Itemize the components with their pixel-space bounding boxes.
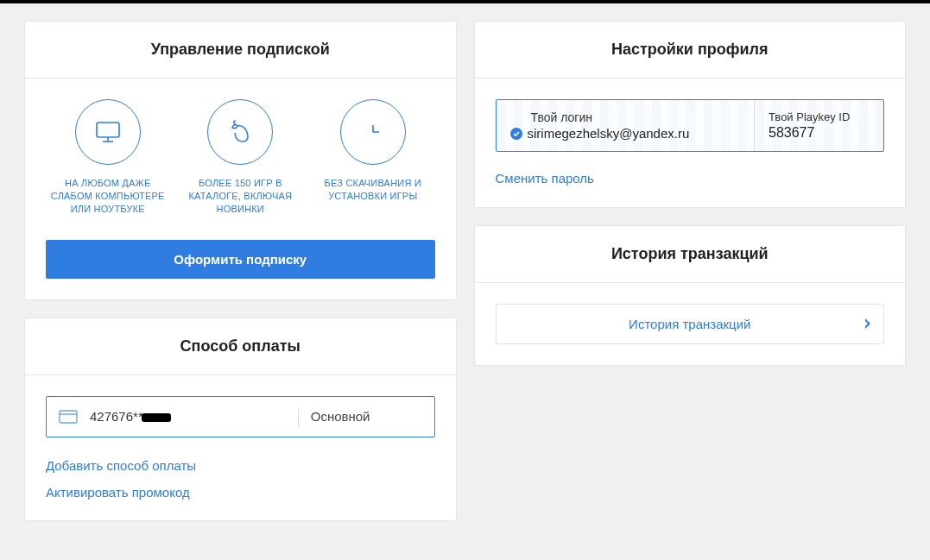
subscribe-button[interactable]: Оформить подписку	[46, 240, 435, 279]
transactions-button[interactable]: История транзакций	[496, 304, 885, 344]
profile-id-block: Твой Playkey ID 583677	[754, 100, 883, 151]
card-number: 427676**	[90, 409, 171, 424]
id-value: 583677	[769, 125, 870, 141]
card-status: Основной	[311, 409, 422, 424]
right-column: Настройки профиля Твой логин	[474, 21, 907, 366]
activate-promo-link[interactable]: Активировать промокод	[46, 485, 435, 500]
feature-any-pc: НА ЛЮБОМ ДАЖЕ СЛАБОМ КОМПЬЮТЕРЕ ИЛИ НОУТ…	[46, 99, 170, 216]
change-password-link[interactable]: Сменить пароль	[496, 171, 594, 186]
subscription-title: Управление подпиской	[46, 41, 435, 59]
divider	[298, 407, 299, 426]
transactions-card: История транзакций История транзакций	[474, 225, 907, 366]
transactions-title: История транзакций	[496, 245, 885, 263]
left-column: Управление подпиской НА ЛЮБОМ ДАЖЕ СЛАБО…	[24, 21, 457, 521]
transactions-header: История транзакций	[475, 226, 906, 283]
credit-card-icon	[59, 410, 78, 424]
profile-card: Настройки профиля Твой логин	[474, 21, 907, 208]
clock-icon	[340, 99, 406, 165]
profile-info-box: Твой логин sirimegezhelsky@yandex.ru	[496, 99, 885, 152]
payment-card: Способ оплаты 427676** Основной Добавить	[24, 318, 457, 521]
login-value: sirimegezhelsky@yandex.ru	[528, 126, 690, 141]
payment-method-row[interactable]: 427676** Основной	[46, 396, 435, 437]
login-label: Твой логин	[510, 110, 741, 124]
feature-label: НА ЛЮБОМ ДАЖЕ СЛАБОМ КОМПЬЮТЕРЕ ИЛИ НОУТ…	[46, 177, 170, 216]
payment-header: Способ оплаты	[25, 318, 456, 375]
monitor-icon	[75, 99, 141, 165]
svg-rect-3	[60, 411, 77, 423]
add-payment-link[interactable]: Добавить способ оплаты	[46, 458, 435, 473]
content-wrap: Управление подпиской НА ЛЮБОМ ДАЖЕ СЛАБО…	[0, 3, 930, 538]
pepper-icon	[207, 99, 273, 165]
feature-catalog: БОЛЕЕ 150 ИГР В КАТАЛОГЕ, ВКЛЮЧАЯ НОВИНК…	[179, 99, 303, 216]
profile-login-block: Твой логин sirimegezhelsky@yandex.ru	[497, 100, 755, 151]
verified-icon	[510, 128, 522, 140]
profile-title: Настройки профиля	[496, 41, 885, 59]
redacted-block	[142, 413, 171, 422]
profile-header: Настройки профиля	[475, 22, 906, 79]
chevron-right-icon	[864, 317, 871, 331]
payment-title: Способ оплаты	[46, 337, 435, 356]
id-label: Твой Playkey ID	[769, 110, 870, 123]
feature-row: НА ЛЮБОМ ДАЖЕ СЛАБОМ КОМПЬЮТЕРЕ ИЛИ НОУТ…	[46, 99, 435, 216]
feature-no-install: БЕЗ СКАЧИВАНИЯ И УСТАНОВКИ ИГРЫ	[311, 99, 435, 216]
feature-label: БОЛЕЕ 150 ИГР В КАТАЛОГЕ, ВКЛЮЧАЯ НОВИНК…	[179, 177, 303, 216]
feature-label: БЕЗ СКАЧИВАНИЯ И УСТАНОВКИ ИГРЫ	[311, 177, 435, 203]
svg-rect-0	[97, 123, 119, 137]
subscription-header: Управление подпиской	[25, 22, 456, 79]
transactions-button-label: История транзакций	[629, 317, 750, 331]
subscription-card: Управление подпиской НА ЛЮБОМ ДАЖЕ СЛАБО…	[24, 21, 457, 300]
